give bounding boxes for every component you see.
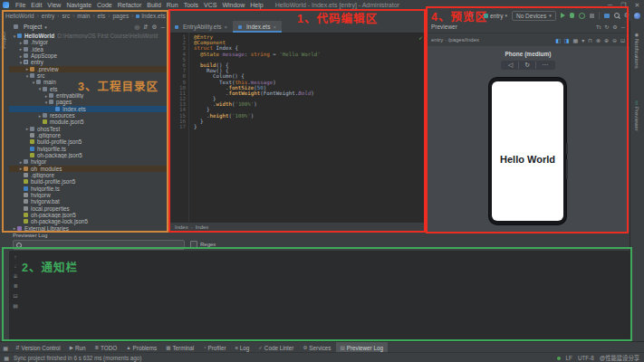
close-icon[interactable]: ×	[273, 24, 276, 30]
tree-row[interactable]: ▸oh_modules	[9, 166, 169, 172]
tree-row[interactable]: ▾main	[9, 79, 169, 85]
search-icon[interactable]	[614, 13, 620, 18]
menu-run[interactable]: Run	[164, 2, 181, 8]
tree-row[interactable]: oh-package.json5	[9, 212, 169, 218]
menu-code[interactable]: Code	[94, 2, 115, 8]
tree-row[interactable]: ▸resources	[9, 112, 169, 119]
editor-tab-index-ets[interactable]: Index.ets×	[233, 21, 282, 33]
tree-row[interactable]: ▾ets	[9, 86, 169, 92]
previewer-header-icon[interactable]: ⚙	[612, 24, 617, 30]
code-lines[interactable]: @Entry@Componentstruct Index { @State me…	[189, 33, 427, 223]
tree-row[interactable]: build-profile.json5	[9, 178, 169, 185]
breadcrumb-item[interactable]: HelloWorld	[5, 13, 34, 19]
menu-refactor[interactable]: Refactor	[115, 2, 144, 8]
tree-row[interactable]: hvigorfile.ts	[9, 146, 169, 152]
previewer-header-icon[interactable]: Tt	[596, 24, 601, 30]
previewer-toolbar-icon[interactable]: ▾	[582, 37, 584, 43]
breadcrumb-item[interactable]: ets	[98, 13, 106, 19]
previewer-toolbar-icon[interactable]: ◨	[564, 37, 570, 43]
tree-row[interactable]: ▸entryability	[9, 92, 169, 99]
project-view-selector[interactable]: Project	[24, 24, 42, 30]
menu-navigate[interactable]: Navigate	[63, 2, 94, 8]
tree-row[interactable]: hvigorw	[9, 192, 169, 198]
breadcrumb-item[interactable]: entry	[42, 13, 54, 19]
previewer-header-icon[interactable]: ↻	[604, 24, 609, 30]
menu-tools[interactable]: Tools	[181, 2, 201, 8]
previewer-toolbar-icon[interactable]: ◧	[555, 37, 561, 43]
right-strip-tab-previewer[interactable]: ▯Previewer	[634, 100, 639, 131]
sync-icon[interactable]: ↻	[468, 12, 474, 19]
tree-row[interactable]: oh-package.json5	[9, 152, 169, 158]
breadcrumb-item[interactable]: Index.ets	[136, 13, 165, 19]
tree-row[interactable]: ▸AppScope	[9, 52, 169, 59]
log-toolbar-icon[interactable]: ⇊	[13, 272, 17, 279]
debug-button[interactable]	[570, 13, 574, 18]
status-grid-icon[interactable]: ▦	[3, 355, 10, 361]
tree-row[interactable]: ▸ohosTest	[9, 126, 169, 132]
tree-row[interactable]: ▾src	[9, 72, 169, 79]
project-header-icon[interactable]: ⇵	[143, 24, 148, 31]
menu-file[interactable]: File	[13, 2, 28, 8]
editor-tab-entryability-ets[interactable]: EntryAbility.ets×	[169, 21, 233, 33]
device-manager-icon[interactable]	[604, 14, 610, 18]
status-token[interactable]: LF	[566, 355, 572, 361]
tree-row[interactable]: ▾pages	[9, 99, 169, 105]
log-search-input[interactable]	[24, 243, 181, 248]
minimize-button[interactable]: ─	[603, 0, 617, 10]
log-toolbar-icon[interactable]: ≣	[13, 282, 17, 289]
editor-breadcrumb-item[interactable]: Index	[196, 224, 209, 230]
log-toolbar-icon[interactable]: ▤	[13, 302, 18, 309]
log-toolbar-icon[interactable]: ↑	[14, 254, 17, 260]
log-output-area[interactable]: ↑↓⇊≣⊡▤	[9, 251, 630, 341]
rotate-left-button[interactable]: ◁	[503, 62, 519, 69]
code-area[interactable]: 1234567891011121314151617 @Entry@Compone…	[169, 33, 427, 223]
run-button[interactable]	[561, 13, 565, 18]
menu-edit[interactable]: Edit	[28, 2, 44, 8]
previewer-toolbar-icon[interactable]: ⊡	[620, 37, 625, 43]
breadcrumb-item[interactable]: src	[62, 13, 70, 19]
tree-row[interactable]: .gitignore	[9, 172, 169, 178]
device-selector[interactable]: No Devices ▾	[512, 11, 556, 21]
settings-gear-icon[interactable]: ⚙	[624, 12, 630, 19]
log-toolbar-icon[interactable]: ⊡	[13, 292, 17, 299]
menu-window[interactable]: Window	[219, 2, 247, 8]
tree-row[interactable]: ▸External Libraries	[9, 225, 169, 232]
tree-row[interactable]: ▸.preview	[9, 66, 169, 72]
menu-help[interactable]: Help	[247, 2, 265, 8]
previewer-toolbar-icon[interactable]: ▦	[573, 37, 579, 43]
tree-row[interactable]: local.properties	[9, 205, 169, 212]
project-header-icon[interactable]: ⚙	[152, 24, 158, 31]
project-header-icon[interactable]: ◎	[134, 24, 139, 31]
previewer-toolbar-icon[interactable]: ⊗	[596, 37, 601, 43]
profiler-button[interactable]	[579, 13, 585, 19]
menu-build[interactable]: Build	[144, 2, 164, 8]
regex-checkbox[interactable]	[190, 241, 197, 248]
tool-windows-icon[interactable]: ▦	[0, 345, 11, 351]
tree-row[interactable]: ▸.hvigor	[9, 39, 169, 45]
project-strip-tab[interactable]: Project	[1, 32, 6, 49]
menu-vcs[interactable]: VCS	[201, 2, 219, 8]
maximize-button[interactable]: ❐	[617, 0, 630, 10]
tree-row[interactable]: ▸.idea	[9, 46, 169, 52]
tree-row[interactable]: ▾HelloWorldD:\HarmonyOS First Course\Hel…	[9, 33, 169, 39]
tree-row[interactable]: .gitignore	[9, 132, 169, 138]
tree-row[interactable]: hvigorw.bat	[9, 198, 169, 205]
previewer-toolbar-icon[interactable]: ⊕	[604, 37, 609, 43]
previewer-header-icon[interactable]: ─	[621, 24, 625, 30]
tree-row[interactable]: build-profile.json5	[9, 138, 169, 145]
tree-row[interactable]: Index.ets	[9, 106, 169, 112]
close-button[interactable]: ✕	[630, 0, 644, 10]
regex-option[interactable]: Regex	[190, 241, 216, 248]
project-header-icon[interactable]: ─	[160, 24, 165, 31]
menu-view[interactable]: View	[44, 2, 63, 8]
close-icon[interactable]: ×	[225, 24, 228, 30]
editor-breadcrumb-item[interactable]: Index	[175, 224, 188, 230]
tree-row[interactable]: ▾entry	[9, 59, 169, 65]
log-toolbar-icon[interactable]: ↓	[14, 263, 17, 269]
more-options-button[interactable]: ⋯	[536, 62, 553, 69]
chevron-down-icon[interactable]: ▾	[44, 24, 47, 30]
tree-row[interactable]: oh-package-lock.json5	[9, 218, 169, 224]
breadcrumb-item[interactable]: pages	[112, 13, 129, 19]
tree-row[interactable]: ▸hvigor	[9, 158, 169, 165]
previewer-toolbar-icon[interactable]: ⊓	[588, 37, 592, 43]
